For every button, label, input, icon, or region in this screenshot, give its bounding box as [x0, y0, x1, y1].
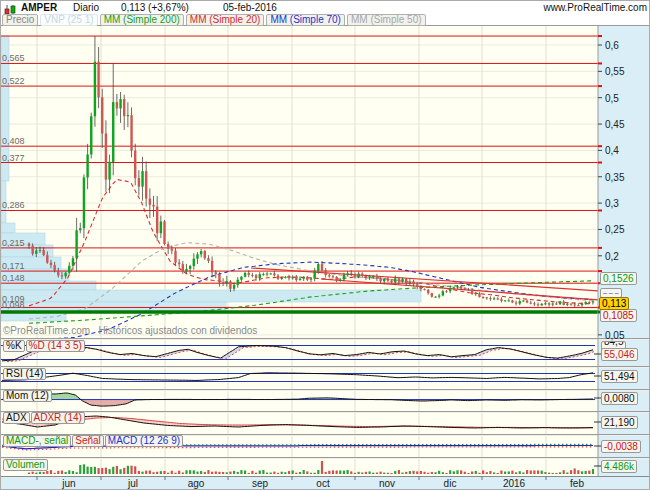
indicator-label-mom[interactable]: Mom (12): [3, 390, 52, 402]
indicator-labels-stoch: %K%D (14 3 5): [3, 340, 85, 352]
indicator-value-adx: 21,190: [601, 416, 638, 429]
indicator-label-macd[interactable]: MACD (12 26 9): [105, 435, 183, 447]
legend-ma-0[interactable]: MM (Simple 200): [100, 14, 184, 26]
last-price-change: 0,113 (+3,67%): [121, 2, 189, 13]
price-level-label: 0,148: [2, 273, 25, 283]
price-tick-label: 0,35: [605, 172, 624, 183]
time-axis-label: 2016: [503, 478, 525, 489]
time-axis-label: dic: [444, 478, 457, 489]
time-axis-label: nov: [379, 478, 395, 489]
indicator-value-vol: 4.486k: [601, 460, 637, 473]
time-axis-label: feb: [570, 478, 584, 489]
indicator-label-vol[interactable]: Volumen: [3, 459, 48, 471]
legend-ma-3[interactable]: MM (Simple 50): [347, 14, 426, 26]
price-level-label: 0,565: [2, 53, 25, 63]
price-tick-label: 0,3: [605, 198, 619, 209]
time-axis-label: oct: [316, 478, 329, 489]
indicator-labels-rsi: RSI (14): [3, 368, 46, 380]
last-price-badge: 0,113: [599, 297, 629, 310]
indicator-value-macd: -0,0038: [601, 440, 641, 453]
legend-bar: Precio VNP (25 1) MM (Simple 200) MM (Si…: [2, 14, 426, 26]
price-tick-label: 0,4: [605, 145, 619, 156]
indicator-label-macd[interactable]: Señal: [72, 435, 104, 447]
indicator-labels-adx: ADXADXR (14): [3, 412, 85, 424]
indicator-value-rsi: 51,494: [601, 370, 638, 383]
price-tick-label: 0,45: [605, 119, 624, 130]
time-axis-label: sep: [252, 478, 268, 489]
dividends-note: Históricos ajustados con dividendos: [98, 325, 257, 336]
ma200-value-badge: 0,1526: [600, 272, 637, 285]
copyright-text: ©ProRealTime.com: [3, 325, 90, 336]
title-bar: AMPER Diario 0,113 (+3,67%) 05-feb-2016 …: [1, 1, 650, 14]
indicator-labels-vol: Volumen: [3, 459, 48, 471]
indicator-label-adx[interactable]: ADX: [3, 412, 30, 424]
price-level-label: 0,286: [2, 200, 25, 210]
price-level-label: 0,098: [2, 300, 25, 310]
price-tick-label: 0,6: [605, 40, 619, 51]
price-tick-label: 0,05: [605, 330, 624, 341]
indicator-label-rsi[interactable]: RSI (14): [3, 368, 46, 380]
indicator-label-stoch[interactable]: %K: [3, 340, 25, 352]
indicator-value-stoch: 55,046: [601, 348, 638, 361]
price-tick-label: 0,5: [605, 93, 619, 104]
legend-vnp-ghost[interactable]: VNP (25 1): [40, 14, 97, 26]
price-level-label: 0,377: [2, 153, 25, 163]
quote-date: 05-feb-2016: [223, 2, 277, 13]
price-level-label: 0,408: [2, 136, 25, 146]
indicator-label-macd[interactable]: MACD-, señal: [3, 435, 71, 447]
indicator-labels-macd: MACD-, señalSeñalMACD (12 26 9): [3, 435, 183, 447]
time-axis-label: ago: [188, 478, 205, 489]
price-level-label: 0,171: [2, 261, 25, 271]
chart-plot-area[interactable]: [1, 26, 598, 476]
indicator-labels-mom: Mom (12): [3, 390, 52, 402]
indicator-value-mom: 0,0080: [601, 392, 638, 405]
legend-price[interactable]: Precio: [2, 14, 38, 26]
legend-ma-2[interactable]: MM (Simple 70): [266, 14, 345, 26]
price-tick-label: 0,2: [605, 251, 619, 262]
indicator-label-stoch[interactable]: %D (14 3 5): [26, 340, 85, 352]
time-axis-label: jul: [128, 478, 138, 489]
price-level-label: 0,215: [2, 238, 25, 248]
time-axis-label: jun: [62, 478, 75, 489]
price-level-label: 0,522: [2, 76, 25, 86]
legend-ma-1[interactable]: MM (Simple 20): [186, 14, 265, 26]
ma20-value-badge: 0,1085: [600, 309, 637, 322]
prorealtime-link[interactable]: www.ProRealTime.com: [543, 2, 647, 13]
indicator-label-adx[interactable]: ADXR (14): [31, 412, 85, 424]
price-tick-label: 0,25: [605, 224, 624, 235]
timeframe-label: Diario: [73, 2, 99, 13]
prorealtime-window: AMPER Diario 0,113 (+3,67%) 05-feb-2016 …: [0, 0, 650, 490]
price-tick-label: 0,55: [605, 66, 624, 77]
instrument-symbol: AMPER: [21, 2, 57, 13]
copyright-note: ©ProRealTime.com Históricos ajustados co…: [3, 325, 257, 336]
